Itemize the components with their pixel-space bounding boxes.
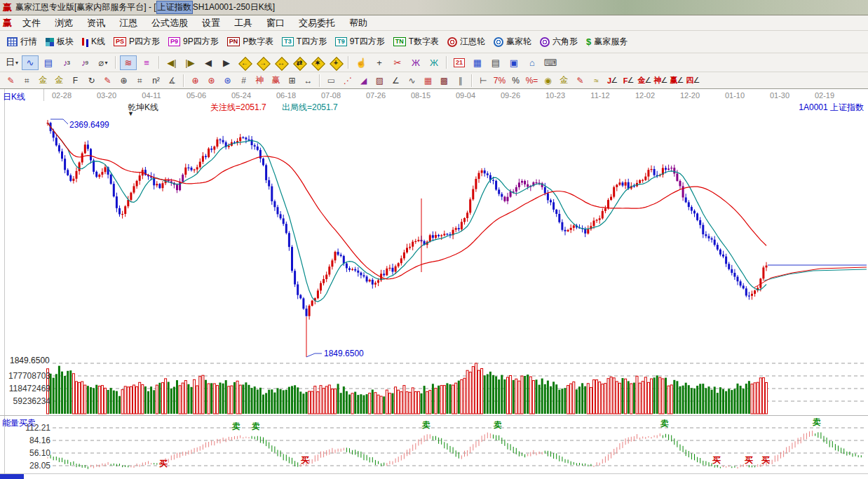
f-grid-button[interactable]: F <box>68 74 83 87</box>
drag-hand-button[interactable]: ☝ <box>353 55 369 70</box>
shen-angle-button[interactable]: 神∠ <box>653 74 668 87</box>
workstation-button[interactable]: ⌨ <box>542 55 559 70</box>
fan-lines-button[interactable]: ⋰ <box>340 74 355 87</box>
volume-profile-button[interactable]: ≡ <box>138 55 155 70</box>
menu-item-5[interactable]: 设置 <box>195 15 227 31</box>
kline-button[interactable]: K线 <box>78 34 109 49</box>
gold-wave-button[interactable]: ≈ <box>589 74 604 87</box>
expand-button[interactable]: + <box>327 55 344 70</box>
p-square-button[interactable]: PSP四方形 <box>109 34 164 49</box>
gold-line-button[interactable]: 金 <box>557 74 571 87</box>
menu-item-4[interactable]: 公式选股 <box>144 15 195 31</box>
crosshair-button[interactable]: + <box>371 55 388 70</box>
percent-grid-button[interactable]: # <box>236 74 251 87</box>
si-angle-button[interactable]: 四∠ <box>686 74 700 87</box>
t-square-button[interactable]: T3T四方形 <box>278 34 331 49</box>
j-angle-button[interactable]: J∠ <box>605 74 620 87</box>
hexagon-button[interactable]: 六角形 <box>536 34 582 49</box>
first-button[interactable]: ◀| <box>163 55 180 70</box>
gann-brain-purple-button[interactable]: Ж <box>407 55 424 70</box>
gann-wheel-button[interactable]: 江恩轮 <box>443 34 489 49</box>
wave-line-icon: ∿ <box>408 76 415 86</box>
ying-tool-button[interactable]: 赢 <box>269 74 283 87</box>
menu-item-8[interactable]: 交易委托 <box>292 15 342 31</box>
menu-item-1[interactable]: 浏览 <box>48 15 80 31</box>
compare-bars-button[interactable]: ⊢ <box>476 74 491 87</box>
winner-wheel-button[interactable]: 赢家轮 <box>489 34 536 49</box>
pen3-button[interactable]: ✎ <box>573 74 588 87</box>
percent-button[interactable]: % <box>508 74 523 87</box>
box-select-button[interactable]: ▭ <box>324 74 339 87</box>
prev-button[interactable]: ◀ <box>200 55 217 70</box>
cut-button[interactable]: ✂ <box>389 55 406 70</box>
menu-item-7[interactable]: 窗口 <box>259 15 292 31</box>
last-button[interactable]: |▶ <box>182 55 198 70</box>
f-angle-button[interactable]: F∠ <box>621 74 636 87</box>
quote-panel-button[interactable]: ▤ <box>40 55 57 70</box>
compress-button[interactable]: ✶ <box>309 55 326 70</box>
network-button[interactable]: ⌂ <box>524 55 541 70</box>
shift-right-button[interactable]: → <box>255 55 271 70</box>
menu-item-0[interactable]: 文件 <box>15 15 48 31</box>
calculator-button[interactable]: ▦ <box>469 55 486 70</box>
n-square-button[interactable]: n² <box>149 74 163 87</box>
draw-pen-button[interactable]: ✎ <box>4 74 18 87</box>
grid-ruler-button[interactable]: ⌗ <box>133 74 147 87</box>
ying-angle-button[interactable]: 赢∠ <box>670 74 684 87</box>
gann-brain-teal-button[interactable]: Ж <box>426 55 442 70</box>
seven-percent-button[interactable]: 7% <box>492 74 507 87</box>
badge-icon: PN <box>227 37 240 46</box>
angle-line-button[interactable]: ∠ <box>388 74 403 87</box>
quotes-button[interactable]: 行情 <box>3 34 41 49</box>
save-button[interactable]: ▣ <box>506 55 522 70</box>
angle-pen-button[interactable]: ∡ <box>165 74 179 87</box>
low-price-label: 1849.6500 <box>324 349 364 358</box>
period-dropdown[interactable]: 日▾ <box>4 55 20 70</box>
menu-item-9[interactable]: 帮助 <box>342 15 374 31</box>
wave-line-button[interactable]: ∿ <box>405 74 419 87</box>
circle-cross-button[interactable]: ⊕ <box>116 74 131 87</box>
calendar-button[interactable]: 21 <box>451 55 468 70</box>
date-tick: 07-26 <box>360 91 391 100</box>
fan-box-button[interactable]: ◢ <box>356 74 371 87</box>
t-number-button[interactable]: TNT数字表 <box>389 34 443 49</box>
menu-item-3[interactable]: 江恩 <box>112 15 144 31</box>
ruler123-button[interactable]: ⊞ <box>285 74 299 87</box>
p9-square-button[interactable]: P99P四方形 <box>164 34 223 49</box>
gold-grid2-button[interactable]: 金 <box>52 74 67 87</box>
kline-chart-canvas[interactable]: 买卖卖买卖卖卖买买买卖 <box>0 89 868 479</box>
shen-tool-button[interactable]: 神 <box>252 74 267 87</box>
web-blue-button[interactable]: ⊛ <box>220 74 235 87</box>
service-button[interactable]: $赢家服务 <box>582 34 632 49</box>
gold-grid-button[interactable]: 金 <box>36 74 50 87</box>
slash-lines-button[interactable]: ∥ <box>453 74 468 87</box>
hatch-box-button[interactable]: ▨ <box>372 74 387 87</box>
gold-circle-button[interactable]: ◉ <box>541 74 555 87</box>
zoom-out-button[interactable]: ↔ <box>273 55 290 70</box>
dot-grid2-button[interactable]: ▩ <box>437 74 452 87</box>
next-button[interactable]: ▶ <box>218 55 235 70</box>
shift-left-button[interactable]: ← <box>236 55 253 70</box>
wave9-button[interactable]: ♪9 <box>76 55 93 70</box>
trend-tool-button[interactable]: ≋ <box>120 55 137 70</box>
percent-line-button[interactable]: %= <box>524 74 539 87</box>
marker-dropdown[interactable]: ⌀▾ <box>95 55 111 70</box>
dot-grid-button[interactable]: ▦ <box>421 74 435 87</box>
menu-item-2[interactable]: 资讯 <box>80 15 112 31</box>
toolbar-button-label: 9T四方形 <box>350 36 385 48</box>
zigzag-tool-button[interactable]: ∿ <box>22 55 39 70</box>
sectors-button[interactable]: 板块 <box>41 34 78 49</box>
p-number-button[interactable]: PNP数字表 <box>223 34 278 49</box>
notes-button[interactable]: ▤ <box>487 55 504 70</box>
menu-item-6[interactable]: 工具 <box>227 15 259 31</box>
web-red-button[interactable]: ⊛ <box>204 74 219 87</box>
wave3-button[interactable]: ♪3 <box>58 55 75 70</box>
draw-grid-button[interactable]: ⌗ <box>20 74 34 87</box>
draw-pen2-button[interactable]: ✎ <box>100 74 115 87</box>
t9-square-button[interactable]: T99T四方形 <box>331 34 389 49</box>
spiral-button[interactable]: ↻ <box>84 74 99 87</box>
zoom-in-button[interactable]: ⇄ <box>291 55 308 70</box>
gold-angle-button[interactable]: 金∠ <box>637 74 652 87</box>
width-arrows-button[interactable]: ↔ <box>301 74 316 87</box>
gann-circle-button[interactable]: ⊕ <box>188 74 203 87</box>
